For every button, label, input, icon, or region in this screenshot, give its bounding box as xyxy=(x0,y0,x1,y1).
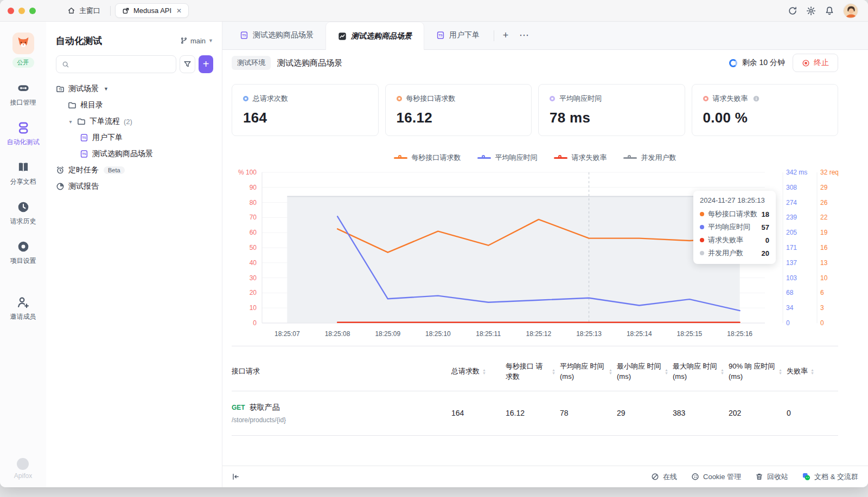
plus-icon: + xyxy=(203,58,209,70)
sort-icon[interactable]: ▲▼ xyxy=(810,369,814,376)
tree-item-测试报告[interactable]: 测试报告 xyxy=(46,178,222,195)
minimize-window-button[interactable] xyxy=(18,8,25,14)
statusbar-文档 & 交流群[interactable]: 文档 & 交流群 xyxy=(802,472,858,482)
user-avatar[interactable] xyxy=(843,3,858,18)
new-tab-button[interactable]: + xyxy=(496,21,515,49)
bell-icon[interactable] xyxy=(825,6,834,16)
rail-item-autotest[interactable]: 自动化测试 xyxy=(4,121,43,147)
table-row[interactable]: GET获取产品/store/products/{id}16416.1278293… xyxy=(232,391,838,436)
stat-label: 每秒接口请求数 xyxy=(406,94,456,104)
sort-icon[interactable]: ▲▼ xyxy=(609,369,612,376)
legend-marker-icon xyxy=(394,155,407,161)
tab-more-button[interactable]: ⋯ xyxy=(515,21,533,49)
tree-item-测试场景[interactable]: TS测试场景▼ xyxy=(46,81,222,97)
add-button[interactable]: + xyxy=(199,55,213,73)
tree-item-测试选购商品场景[interactable]: TS测试选购商品场景 xyxy=(46,146,222,162)
close-project-tab-icon[interactable]: ✕ xyxy=(176,7,182,15)
sort-icon[interactable]: ▲▼ xyxy=(552,369,556,376)
sort-icon[interactable]: ▲▼ xyxy=(482,369,486,376)
svg-text:308: 308 xyxy=(786,184,797,191)
svg-text:70: 70 xyxy=(250,214,257,221)
apifox-brand: Apifox xyxy=(14,458,32,480)
zoom-window-button[interactable] xyxy=(29,8,36,14)
close-window-button[interactable] xyxy=(8,8,14,14)
legend-label: 请求失败率 xyxy=(572,153,607,163)
project-logo[interactable] xyxy=(12,33,34,54)
tab-用户下单[interactable]: TS用户下单 xyxy=(424,21,492,49)
trash-icon xyxy=(755,473,763,481)
main-window-tab[interactable]: 主窗口 xyxy=(62,3,106,18)
table-cell: 29 xyxy=(617,409,673,417)
column-header-总请求数[interactable]: 总请求数▲▼ xyxy=(451,366,506,377)
svg-text:TS: TS xyxy=(82,152,86,156)
tooltip-timestamp: 2024-11-27 18:25:13 xyxy=(700,196,769,204)
statusbar-label: 文档 & 交流群 xyxy=(814,472,858,482)
stop-circle-icon xyxy=(802,59,810,67)
svg-text:19: 19 xyxy=(820,229,828,236)
tree-item-定时任务[interactable]: 定时任务Beta xyxy=(46,162,222,178)
gear-icon[interactable] xyxy=(806,6,816,16)
column-header-每秒接口 请求数[interactable]: 每秒接口 请求数▲▼ xyxy=(506,362,560,382)
search-input[interactable] xyxy=(73,60,170,69)
tooltip-value: 20 xyxy=(762,249,769,257)
legend-marker-icon xyxy=(623,155,637,161)
info-icon[interactable] xyxy=(752,95,760,102)
expander-chevron-icon[interactable]: ▾ xyxy=(68,119,73,125)
sort-icon[interactable]: ▲▼ xyxy=(778,369,782,376)
project-tab-label: Medusa API xyxy=(133,7,171,15)
branch-name: main xyxy=(190,37,206,45)
svg-text:18:25:14: 18:25:14 xyxy=(627,330,652,338)
main-window-tab-label: 主窗口 xyxy=(79,6,100,16)
statusbar-Cookie 管理[interactable]: Cookie 管理 xyxy=(691,472,741,482)
column-header-90% 响 应时间 (ms)[interactable]: 90% 响 应时间 (ms)▲▼ xyxy=(729,362,787,382)
rail-item-settings[interactable]: 项目设置 xyxy=(4,240,43,266)
tooltip-series-name: 每秒接口请求数 xyxy=(708,209,757,219)
svg-text:18:25:08: 18:25:08 xyxy=(325,330,350,338)
tree-item-用户下单[interactable]: TS用户下单 xyxy=(46,130,222,146)
run-header: 测试环境 测试选购商品场景 剩余 10 分钟 终止 xyxy=(222,50,868,76)
search-box[interactable] xyxy=(56,55,176,73)
branch-selector[interactable]: main ▼ xyxy=(180,37,213,45)
online-icon xyxy=(651,473,659,481)
svg-text:103: 103 xyxy=(786,274,797,282)
rail-item-label: 分享文档 xyxy=(10,177,36,186)
tab-测试选购商品场景-active[interactable]: 测试选购商品场景 xyxy=(326,22,424,50)
refresh-icon[interactable] xyxy=(788,6,797,16)
column-header-平均响应 时间(ms)[interactable]: 平均响应 时间(ms)▲▼ xyxy=(560,362,617,382)
filter-button[interactable] xyxy=(180,55,195,73)
statusbar-回收站[interactable]: 回收站 xyxy=(755,472,788,482)
sort-icon[interactable]: ▲▼ xyxy=(720,369,724,376)
rail-item-api[interactable]: 接口管理 xyxy=(4,82,43,107)
statusbar-在线[interactable]: 在线 xyxy=(651,472,677,482)
api-name: 获取产品 xyxy=(250,403,280,412)
tree-item-根目录[interactable]: 根目录 xyxy=(46,97,222,113)
project-tab[interactable]: Medusa API ✕ xyxy=(115,3,189,18)
svg-text:18:25:10: 18:25:10 xyxy=(425,330,451,338)
svg-text:TS: TS xyxy=(438,34,443,37)
svg-text:29: 29 xyxy=(820,184,828,191)
rail-item-history[interactable]: 请求历史 xyxy=(4,201,43,226)
caret-down-icon[interactable]: ▼ xyxy=(104,86,108,92)
rail-item-invite[interactable]: 邀请成员 xyxy=(4,296,43,321)
rail-item-label: 邀请成员 xyxy=(10,312,36,321)
tab-测试选购商品场景[interactable]: TS测试选购商品场景 xyxy=(228,21,326,49)
home-icon xyxy=(67,7,75,15)
environment-badge[interactable]: 测试环境 xyxy=(232,56,271,70)
column-header-最大响应 时间(ms)[interactable]: 最大响应 时间(ms)▲▼ xyxy=(673,362,729,382)
column-header-失败率[interactable]: 失败率▲▼ xyxy=(787,366,838,377)
svg-text:40: 40 xyxy=(250,259,257,267)
legend-marker-icon xyxy=(477,155,491,161)
svg-text:20: 20 xyxy=(250,289,257,296)
svg-text:137: 137 xyxy=(786,259,797,267)
svg-text:3: 3 xyxy=(820,304,824,312)
svg-text:239: 239 xyxy=(786,214,797,221)
tree-item-下单流程[interactable]: ▾下单流程(2) xyxy=(46,113,222,130)
collapse-sidebar-icon[interactable] xyxy=(232,473,240,481)
table-cell: 383 xyxy=(673,409,729,417)
rail-item-docs[interactable]: 分享文档 xyxy=(4,161,43,186)
column-header-最小响应 时间(ms)[interactable]: 最小响应 时间(ms)▲▼ xyxy=(617,362,673,382)
sort-icon[interactable]: ▲▼ xyxy=(665,369,668,376)
tree-item-label: 定时任务 xyxy=(68,165,99,175)
terminate-button[interactable]: 终止 xyxy=(793,54,838,72)
column-header-接口请求: 接口请求 xyxy=(232,366,451,377)
